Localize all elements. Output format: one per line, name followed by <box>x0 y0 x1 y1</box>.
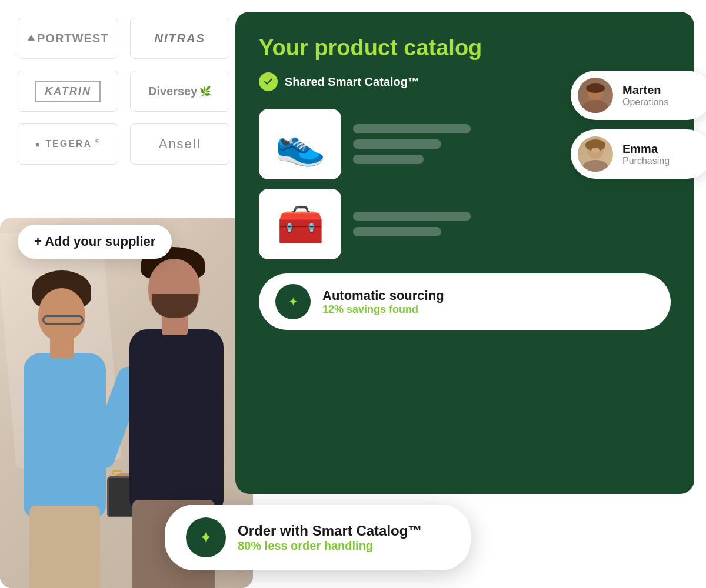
order-card: ✦ Order with Smart Catalog™ 80% less ord… <box>165 505 471 570</box>
sourcing-info: Automatic sourcing 12% savings found <box>322 288 444 316</box>
avatar-emma <box>578 136 613 172</box>
shoe-icon: 👟 <box>275 123 326 165</box>
brand-katrin: KATRIN <box>18 71 118 112</box>
svg-point-6 <box>591 148 600 153</box>
brand-nitras: NITRAS <box>130 18 229 59</box>
user-info-emma: Emma Purchasing <box>622 142 670 166</box>
product-lines-shoe <box>353 124 471 164</box>
catalog-panel: Your product catalog Shared Smart Catalo… <box>235 12 694 494</box>
brands-grid: PORTWEST NITRAS KATRIN Diversey 🌿 ■ TEGE… <box>0 0 253 182</box>
product-item-firstaid: 🧰 <box>259 189 671 259</box>
brand-ansell: Ansell <box>130 123 229 165</box>
sourcing-title: Automatic sourcing <box>322 288 444 303</box>
sourcing-card: ✦ Automatic sourcing 12% savings found <box>259 273 671 330</box>
svg-point-2 <box>586 83 605 93</box>
product-line <box>353 155 424 164</box>
avatar-marten <box>578 78 613 113</box>
brand-portwest: PORTWEST <box>18 18 118 59</box>
product-lines-firstaid <box>353 212 471 236</box>
brand-diversey: Diversey 🌿 <box>130 71 229 112</box>
add-supplier-label: + Add your supplier <box>34 234 155 249</box>
product-line <box>353 124 471 133</box>
product-image-shoe: 👟 <box>259 109 341 179</box>
user-name-marten: Marten <box>622 83 668 97</box>
spark-icon-sourcing: ✦ <box>275 284 311 319</box>
shared-catalog-label: Shared Smart Catalog™ <box>285 75 419 89</box>
firstaid-icon: 🧰 <box>277 205 324 243</box>
user-role-emma: Purchasing <box>622 156 670 166</box>
svg-point-4 <box>582 160 608 172</box>
user-name-emma: Emma <box>622 142 670 156</box>
user-info-marten: Marten Operations <box>622 83 668 108</box>
svg-point-1 <box>582 100 608 113</box>
user-card-marten: Marten Operations <box>571 71 706 120</box>
catalog-title: Your product catalog <box>259 35 671 61</box>
product-line <box>353 139 441 149</box>
order-title: Order with Smart Catalog™ <box>238 523 422 539</box>
spark-icon-order: ✦ <box>186 517 226 557</box>
user-cards: Marten Operations Emma Purchasing <box>571 71 706 179</box>
user-role-marten: Operations <box>622 97 668 108</box>
product-line <box>353 227 441 236</box>
brand-tegera: ■ TEGERA ® <box>18 123 118 165</box>
check-icon <box>259 72 278 91</box>
product-line <box>353 212 471 221</box>
order-info: Order with Smart Catalog™ 80% less order… <box>238 523 422 553</box>
left-panel: PORTWEST NITRAS KATRIN Diversey 🌿 ■ TEGE… <box>0 0 253 588</box>
order-savings: 80% less order handling <box>238 539 422 553</box>
user-card-emma: Emma Purchasing <box>571 129 706 179</box>
sourcing-savings: 12% savings found <box>322 303 444 316</box>
product-image-firstaid: 🧰 <box>259 189 341 259</box>
add-supplier-pill[interactable]: + Add your supplier <box>18 225 172 259</box>
